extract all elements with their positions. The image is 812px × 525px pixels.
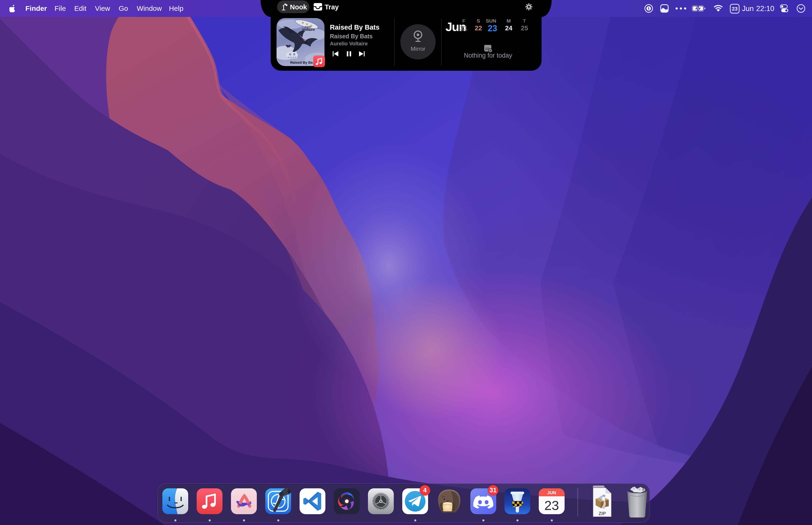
svg-text:23: 23 <box>545 498 559 513</box>
svg-text:Voltaire: Voltaire <box>302 28 315 31</box>
svg-text:Aureli.: Aureli. <box>305 26 311 28</box>
svg-text:Raised By Ba: Raised By Ba <box>290 60 313 64</box>
svg-text:ZIP: ZIP <box>598 511 606 516</box>
svg-text:JUN: JUN <box>547 490 556 495</box>
svg-text:23: 23 <box>732 6 737 12</box>
